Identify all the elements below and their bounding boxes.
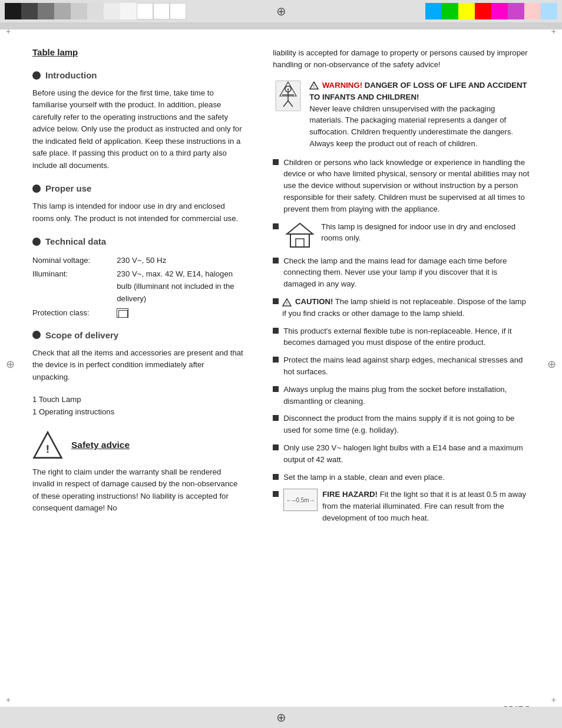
- page-title: Table lamp: [32, 47, 243, 57]
- bullet-square-4: [273, 357, 279, 363]
- corner-crosshair-tl: +: [6, 27, 11, 36]
- fire-hazard-content: ←--0.5m→ FIRE HAZARD! Fit the light so t…: [283, 489, 530, 523]
- corner-crosshair-bl: +: [6, 695, 11, 704]
- header-strip: [0, 22, 562, 29]
- left-column: Table lamp Introduction Before using the…: [32, 47, 261, 530]
- scope-body: Check that all the items and accessories…: [32, 347, 243, 383]
- caution-label: CAUTION!: [295, 297, 333, 306]
- swatch-very-light: [87, 3, 104, 19]
- swatch-black: [5, 3, 21, 19]
- corner-crosshair-br: +: [551, 695, 556, 704]
- bullet-circle: [32, 71, 41, 80]
- safety-heading-row: ! Safety advice: [32, 430, 243, 460]
- proper-use-heading: Proper use: [32, 183, 243, 193]
- bullet-square-fire: [273, 491, 279, 497]
- house-text: This lamp is designed for indoor use in …: [321, 221, 530, 245]
- svg-text:!: !: [313, 84, 315, 88]
- caution-text-block: ! CAUTION! The lamp shield is not replac…: [282, 296, 530, 319]
- center-crosshair: ⊕: [276, 5, 286, 17]
- bullet-text-4: Protect the mains lead against sharp edg…: [283, 354, 530, 378]
- swatch-yellow: [458, 3, 475, 19]
- table-row: Protection class:: [32, 306, 243, 319]
- swatch-light-gray: [54, 3, 71, 19]
- side-cross-left: ⊕: [6, 358, 15, 371]
- fire-hazard-inner: ←--0.5m→ FIRE HAZARD! Fit the light so t…: [283, 489, 530, 523]
- bullet-item-1: Children or persons who lack knowledge o…: [273, 157, 530, 215]
- proper-use-label: Proper use: [45, 183, 91, 193]
- proper-use-body: This lamp is intended for indoor use in …: [32, 200, 243, 225]
- warning-triangle-sm-inline: !: [309, 81, 322, 90]
- svg-text:!: !: [286, 301, 287, 305]
- fire-hazard-label: FIRE HAZARD!: [322, 490, 378, 499]
- danger-figure-svg: !: [273, 80, 303, 112]
- warning-text: ! WARNING! DANGER OF LOSS OF LIFE AND AC…: [309, 80, 530, 150]
- bullet-square-house: [273, 223, 279, 229]
- warning-triangle-inline-svg: !: [309, 81, 319, 90]
- swatch-near-white: [104, 3, 120, 19]
- introduction-label: Introduction: [45, 70, 97, 80]
- list-item: 1 Touch Lamp: [32, 394, 243, 406]
- bullet-item-8: Set the lamp in a stable, clean and even…: [273, 472, 530, 483]
- bullet-square-caution: [273, 298, 279, 304]
- fire-distance-icon: ←--0.5m→: [283, 489, 318, 511]
- fire-box-label: ←--0.5m→: [286, 496, 315, 505]
- safety-body-continues: liability is accepted for damage to prop…: [273, 47, 530, 71]
- bullet-item-4: Protect the mains lead against sharp edg…: [273, 354, 530, 378]
- swatch-pure-white: [137, 3, 153, 19]
- protection-class-symbol: [117, 308, 128, 318]
- fire-hazard-text: FIRE HAZARD! Fit the light so that it is…: [322, 489, 530, 523]
- bullet-square-3: [273, 328, 279, 334]
- warning-box: ! ! WARNING! DANGER OF LOSS OF LIFE AND …: [273, 80, 530, 150]
- swatch-light-blue: [541, 3, 557, 19]
- swatch-magenta: [491, 3, 508, 19]
- technical-data-label: Technical data: [45, 236, 106, 246]
- introduction-body: Before using the device for the first ti…: [32, 87, 243, 172]
- bullet-text-8: Set the lamp in a stable, clean and even…: [283, 472, 444, 483]
- svg-text:!: !: [46, 443, 49, 455]
- caution-triangle-svg: !: [282, 298, 292, 307]
- bullet-circle-4: [32, 331, 41, 339]
- swatch-white: [120, 3, 137, 19]
- page-content: Table lamp Introduction Before using the…: [0, 29, 562, 548]
- swatch-dark-gray: [21, 3, 38, 19]
- warning-figure-icon: !: [273, 80, 303, 150]
- swatch-purple: [508, 3, 524, 19]
- scope-heading: Scope of delivery: [32, 330, 243, 340]
- table-row: Nominal voltage: 230 V~, 50 Hz: [32, 253, 243, 267]
- bottom-crosshair: ⊕: [276, 710, 286, 724]
- bullet-text-2: Check the lamp and the mains lead for da…: [283, 255, 530, 290]
- swatch-pure-white2: [153, 3, 170, 19]
- bullet-circle-3: [32, 238, 41, 246]
- tech-label-protection: Protection class:: [32, 306, 117, 319]
- color-bar-right: [425, 3, 557, 19]
- swatch-green: [442, 3, 458, 19]
- side-cross-right: ⊕: [547, 358, 556, 371]
- bullet-circle-2: [32, 185, 41, 193]
- bullet-text-7: Only use 230 V~ halogen light bulbs with…: [283, 442, 530, 466]
- fire-hazard-item: ←--0.5m→ FIRE HAZARD! Fit the light so t…: [273, 489, 530, 523]
- svg-text:!: !: [287, 87, 289, 94]
- bullet-item-6: Disconnect the product from the mains su…: [273, 413, 530, 436]
- house-item: This lamp is designed for indoor use in …: [273, 221, 530, 249]
- caution-item: ! CAUTION! The lamp shield is not replac…: [273, 296, 530, 319]
- bullet-square-2: [273, 258, 279, 263]
- bullet-square-7: [273, 444, 279, 450]
- house-icon-svg: [285, 221, 315, 249]
- bullet-item-7: Only use 230 V~ halogen light bulbs with…: [273, 442, 530, 466]
- swatch-cyan: [425, 3, 442, 19]
- swatch-pink: [524, 3, 541, 19]
- bullet-square-5: [273, 386, 279, 392]
- list-item: 1 Operating instructions: [32, 406, 243, 418]
- warning-label-red: WARNING!: [322, 81, 362, 90]
- scope-items: 1 Touch Lamp 1 Operating instructions: [32, 394, 243, 418]
- tech-label-voltage: Nominal voltage:: [32, 253, 117, 267]
- right-column: liability is accepted for damage to prop…: [261, 47, 530, 530]
- svg-rect-13: [290, 234, 309, 247]
- swatch-mid-gray: [38, 3, 54, 19]
- bullet-text-3: This product's external flexible tube is…: [283, 325, 530, 349]
- house-content: This lamp is designed for indoor use in …: [285, 221, 530, 249]
- bullet-square-1: [273, 159, 279, 165]
- technical-data-table: Nominal voltage: 230 V~, 50 Hz Illuminan…: [32, 253, 243, 319]
- swatch-lighter-gray: [71, 3, 87, 19]
- svg-marker-12: [287, 223, 313, 234]
